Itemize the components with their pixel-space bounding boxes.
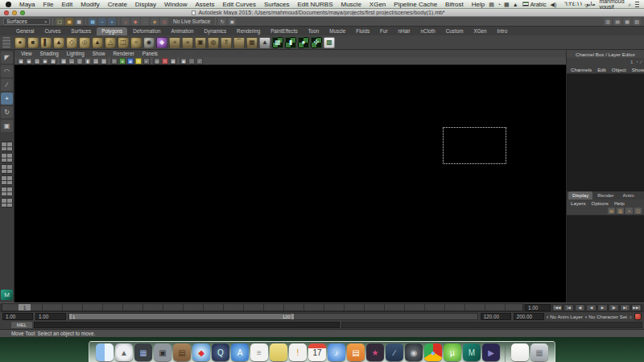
new-scene-icon[interactable]: ▢ — [56, 18, 64, 26]
poly-extrude-icon[interactable]: ⇑ — [221, 37, 232, 48]
shelf-tab[interactable]: PaintEffects — [266, 27, 303, 35]
channel-box-menu-item[interactable]: Show — [630, 67, 644, 72]
menu-item[interactable]: File — [39, 0, 58, 9]
snap-point-icon[interactable]: + — [108, 18, 116, 26]
poly-prism-icon[interactable]: ▲ — [92, 37, 103, 48]
menu-item[interactable]: Pipeline Cache — [390, 0, 441, 9]
poly-extract-icon[interactable]: ▣ — [195, 37, 206, 48]
poly-combine-icon[interactable]: + — [169, 37, 180, 48]
lock-camera-icon[interactable]: ◉ — [26, 58, 32, 64]
manipulator-icon[interactable]: ∕ — [641, 60, 642, 64]
shelf-tab[interactable]: Curves — [39, 27, 65, 35]
channel-box-menu-item[interactable]: Channels — [568, 67, 594, 72]
contacts-icon[interactable]: ▤ — [173, 343, 191, 361]
layout-four-pane-button[interactable] — [1, 153, 13, 162]
document-proxy-icon[interactable] — [192, 10, 196, 15]
snap-grid-icon[interactable]: ▦ — [89, 18, 97, 26]
image-plane-icon[interactable]: ▦ — [50, 58, 56, 64]
shelf-menu-icon[interactable] — [2, 37, 10, 48]
animation-start-field[interactable]: 1.00 — [2, 313, 33, 320]
sidebar-tool-settings-icon[interactable]: ▤ — [613, 18, 621, 26]
uv-editor-icon[interactable]: ▩ — [324, 37, 335, 48]
reminders-icon[interactable]: ≡ — [250, 343, 268, 361]
minimize-button[interactable] — [12, 10, 17, 15]
layer-editor-menu-item[interactable]: Layers — [568, 200, 588, 206]
utorrent-icon[interactable]: µ — [444, 343, 461, 361]
step-forward-key-button[interactable]: |▶ — [609, 304, 619, 311]
display-icon[interactable]: ▤ — [489, 0, 494, 9]
poly-cylinder-icon[interactable]: ▌ — [40, 37, 52, 48]
save-scene-icon[interactable]: ▦ — [75, 18, 83, 26]
menu-item[interactable]: Window — [160, 0, 191, 9]
menu-item[interactable]: Maya — [15, 0, 39, 9]
layer-editor-tab[interactable]: Render — [593, 191, 617, 200]
panel-menu-item[interactable]: Show — [89, 51, 109, 56]
screen-ao-icon[interactable]: ◎ — [154, 58, 160, 64]
step-back-frame-button[interactable]: |◀ — [564, 304, 574, 311]
layer-editor-menu-item[interactable]: Help — [612, 200, 627, 206]
poly-bridge-icon[interactable]: ⌒ — [233, 37, 245, 48]
stickies-icon[interactable] — [270, 343, 287, 361]
gate-mask-icon[interactable]: ▮ — [85, 58, 91, 64]
divider[interactable] — [178, 58, 179, 64]
shelf-tab[interactable]: Animation — [166, 27, 198, 35]
uv-automatic-map-icon[interactable]: ✣ — [311, 37, 322, 48]
snap-magnet-icon[interactable]: ◈ — [151, 18, 159, 26]
menu-item[interactable]: Create — [104, 0, 131, 9]
step-back-key-button[interactable]: ◀| — [575, 304, 585, 311]
new-empty-layer-icon[interactable]: + — [625, 208, 633, 214]
shelf-tab[interactable]: Fur — [375, 27, 392, 35]
motion-blur-icon[interactable]: ≈ — [162, 58, 168, 64]
shelf-tab[interactable]: Surfaces — [66, 27, 96, 35]
shelf-tab[interactable]: General — [11, 27, 39, 35]
poly-platonic-icon[interactable]: ◆ — [156, 37, 167, 48]
paint-select-tool[interactable]: ∕ — [1, 79, 13, 91]
shelf-tab[interactable]: nHair — [394, 27, 415, 35]
wireframe-icon[interactable]: ◇ — [111, 58, 118, 64]
imovie-icon[interactable]: ★ — [366, 343, 384, 361]
animation-preferences-icon[interactable]: ≡ — [630, 315, 632, 319]
safe-action-icon[interactable]: ▥ — [101, 58, 107, 64]
menu-item[interactable]: XGen — [365, 0, 390, 9]
select-tool[interactable]: ◤ — [1, 51, 13, 64]
app-store-icon[interactable]: A — [231, 343, 249, 361]
uv-cylindrical-map-icon[interactable]: ▮ — [285, 37, 296, 48]
menu-item[interactable]: Help — [468, 0, 489, 9]
keyboard-icon[interactable]: ▦ — [504, 0, 510, 9]
shelf-tab[interactable]: Rendering — [232, 27, 265, 35]
launchpad-icon[interactable]: ▲ — [115, 343, 133, 361]
sidebar-attr-editor-icon[interactable]: ▥ — [604, 18, 612, 26]
poly-smooth-icon[interactable]: ▲ — [259, 37, 270, 48]
construction-history-icon[interactable]: ↻ — [218, 18, 226, 26]
sidebar-modeling-toolkit-icon[interactable]: ▧ — [633, 18, 641, 26]
snap-curve-icon[interactable]: ~ — [98, 18, 106, 26]
shelf-tab[interactable]: Dynamics — [199, 27, 231, 35]
quicktime-icon[interactable]: Q — [212, 343, 229, 361]
channel-box-menu-item[interactable]: Object — [609, 67, 629, 72]
poly-plane-icon[interactable]: ◇ — [66, 37, 77, 48]
current-time-field[interactable]: 1.00 — [525, 304, 551, 311]
divider[interactable] — [109, 58, 109, 64]
input-source-menu[interactable]: Arabic — [522, 2, 547, 7]
panel-menu-item[interactable]: Panels — [139, 51, 161, 56]
playback-end-field[interactable]: 120.00 — [481, 313, 511, 320]
poly-torus-icon[interactable]: ◎ — [79, 37, 90, 48]
layer-editor-menu-item[interactable]: Options — [589, 200, 611, 206]
range-slider-track[interactable]: 1 120 — [68, 313, 478, 320]
go-to-end-button[interactable]: ▶▶| — [631, 304, 642, 311]
calendar-icon[interactable]: 17 — [308, 343, 326, 361]
select-hierarchy-icon[interactable]: ◇ — [122, 18, 130, 26]
notification-center-icon[interactable] — [635, 2, 639, 7]
poly-pyramid-icon[interactable]: △ — [105, 37, 116, 48]
shelf-tab[interactable]: nCloth — [416, 27, 440, 35]
mel-tab[interactable]: MEL — [11, 322, 32, 328]
animation-end-field[interactable]: 200.00 — [514, 313, 544, 320]
panel-menu-item[interactable]: Shading — [37, 51, 62, 56]
grease-pencil-icon[interactable]: ∕ — [196, 58, 203, 64]
move-tool[interactable]: + — [1, 93, 13, 105]
uv-planar-map-icon[interactable]: ▦ — [272, 37, 283, 48]
wifi-icon[interactable]: ▲ — [513, 0, 518, 9]
menu-item[interactable]: Edit — [57, 0, 76, 9]
range-slider-handle[interactable]: 1 120 — [69, 314, 294, 319]
steam-icon[interactable]: ◉ — [405, 343, 423, 361]
